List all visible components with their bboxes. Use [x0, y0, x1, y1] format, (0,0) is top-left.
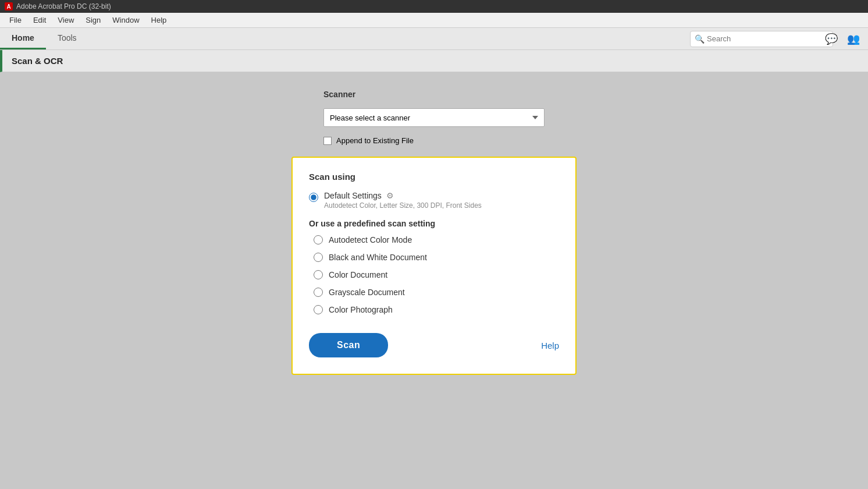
tab-tools[interactable]: Tools	[46, 28, 88, 49]
grayscale-radio[interactable]	[314, 288, 323, 297]
search-area: 🔍	[690, 31, 833, 47]
predefined-bw: Black and White Document	[314, 253, 559, 262]
default-settings-sublabel: Autodetect Color, Letter Size, 300 DPI, …	[324, 201, 482, 210]
default-settings-label: Default Settings	[324, 191, 382, 200]
append-row: Append to Existing File	[323, 136, 545, 145]
photograph-label: Color Photograph	[329, 305, 393, 314]
predefined-photograph: Color Photograph	[314, 305, 559, 314]
append-checkbox[interactable]	[323, 137, 332, 145]
svg-text:A: A	[6, 3, 10, 10]
menu-edit[interactable]: Edit	[29, 15, 51, 26]
default-settings-row: Default Settings ⚙ Autodetect Color, Let…	[309, 191, 559, 210]
title-bar: A Adobe Acrobat Pro DC (32-bit)	[0, 0, 868, 13]
title-bar-text: Adobe Acrobat Pro DC (32-bit)	[16, 2, 111, 10]
main-content: Scanner Please select a scanner Append t…	[0, 72, 868, 489]
scanner-select[interactable]: Please select a scanner	[323, 108, 545, 127]
menu-sign[interactable]: Sign	[81, 15, 105, 26]
comment-icon[interactable]: 💬	[823, 31, 840, 47]
tab-bar: Home Tools 🔍 💬 👥	[0, 28, 868, 50]
menu-view[interactable]: View	[53, 15, 79, 26]
help-link[interactable]: Help	[541, 341, 559, 350]
app-icon: A	[5, 2, 13, 10]
scanner-section: Scanner Please select a scanner Append t…	[323, 90, 545, 145]
scanner-label: Scanner	[323, 90, 545, 99]
predefined-autodetect: Autodetect Color Mode	[314, 235, 559, 245]
default-settings-label-row: Default Settings ⚙	[324, 191, 482, 200]
grayscale-label: Grayscale Document	[329, 288, 405, 297]
predefined-grayscale: Grayscale Document	[314, 288, 559, 297]
search-input[interactable]	[690, 31, 833, 47]
autodetect-radio[interactable]	[314, 235, 323, 245]
predefined-options: Autodetect Color Mode Black and White Do…	[309, 235, 559, 314]
scan-panel: Scan using Default Settings ⚙ Autodetect…	[291, 157, 577, 375]
menu-window[interactable]: Window	[108, 15, 144, 26]
color-label: Color Document	[329, 270, 387, 279]
share-icon[interactable]: 👥	[845, 31, 862, 47]
predefined-color: Color Document	[314, 270, 559, 279]
scan-button[interactable]: Scan	[309, 333, 388, 357]
menu-bar: File Edit View Sign Window Help	[0, 13, 868, 28]
icon-area: 💬 👥	[823, 31, 862, 47]
menu-file[interactable]: File	[5, 15, 26, 26]
bw-label: Black and White Document	[329, 253, 427, 262]
append-label: Append to Existing File	[336, 136, 414, 145]
scan-panel-footer: Scan Help	[309, 333, 559, 357]
tab-home[interactable]: Home	[0, 28, 46, 49]
predefined-title: Or use a predefined scan setting	[309, 219, 559, 228]
search-icon: 🔍	[695, 34, 705, 44]
page-header: Scan & OCR	[0, 50, 868, 72]
color-radio[interactable]	[314, 270, 323, 279]
default-settings-radio[interactable]	[309, 193, 318, 202]
gear-icon[interactable]: ⚙	[386, 191, 394, 200]
bw-radio[interactable]	[314, 253, 323, 262]
autodetect-label: Autodetect Color Mode	[329, 235, 412, 245]
scan-using-title: Scan using	[309, 172, 559, 182]
page-title: Scan & OCR	[12, 56, 63, 66]
menu-help[interactable]: Help	[147, 15, 172, 26]
photograph-radio[interactable]	[314, 305, 323, 314]
